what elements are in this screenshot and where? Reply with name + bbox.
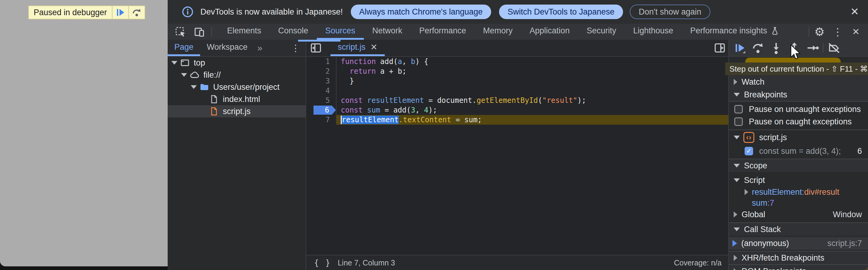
dont-show-again-button[interactable]: Don't show again: [630, 5, 710, 19]
pause-uncaught-row[interactable]: Pause on uncaught exceptions: [729, 103, 868, 116]
tree-item-script-js[interactable]: script.js: [168, 105, 306, 117]
resume-icon: [115, 7, 125, 18]
scope-script-row[interactable]: Script: [729, 174, 868, 187]
tab-security[interactable]: Security: [578, 24, 625, 40]
gutter-line-number[interactable]: 2: [306, 66, 337, 76]
gutter-line-number[interactable]: 7: [306, 115, 337, 125]
pause-uncaught-checkbox[interactable]: [734, 105, 743, 114]
step-over-banner-button[interactable]: [128, 6, 145, 19]
code-line-content: return a + b;: [337, 66, 728, 76]
code-token: function: [341, 57, 376, 66]
gutter-line-number[interactable]: 1: [306, 57, 337, 66]
tree-item-file-[interactable]: file://: [168, 69, 306, 81]
tab-sources[interactable]: Sources: [317, 24, 364, 40]
scope-sum-row[interactable]: sum: 7: [729, 198, 868, 208]
scope-resultelement-row[interactable]: resultElement: div#result: [729, 187, 868, 198]
gutter-line-number[interactable]: 4: [306, 86, 337, 96]
scope-script-label: Script: [744, 176, 765, 185]
settings-gear-icon[interactable]: ⚙: [812, 25, 827, 38]
tree-item-label: Users/user/project: [213, 83, 280, 92]
expand-arrow-icon[interactable]: [181, 73, 187, 77]
tree-indent: [200, 99, 207, 99]
expand-arrow-icon: [734, 136, 740, 139]
scope-var-value: div#result: [804, 187, 839, 197]
device-toolbar-icon[interactable]: [192, 25, 206, 38]
resume-script-button[interactable]: [112, 6, 128, 19]
pretty-print-icon[interactable]: { }: [314, 258, 331, 267]
gutter-line-number[interactable]: 5: [306, 96, 337, 105]
step-into-icon[interactable]: [768, 41, 784, 55]
current-frame-arrow-icon: [733, 240, 737, 247]
code-line-content: [337, 86, 728, 96]
scope-global-row[interactable]: Global Window: [729, 208, 868, 220]
section-xhr-breakpoints[interactable]: XHR/fetch Breakpoints: [729, 251, 868, 264]
expand-arrow-icon[interactable]: [191, 85, 197, 89]
editor-tab-label: script.js: [338, 42, 366, 52]
section-call-stack[interactable]: Call Stack: [729, 223, 868, 236]
code-line-3[interactable]: 3 }: [306, 76, 728, 86]
breakpoint-badge[interactable]: 6: [313, 106, 336, 115]
breakpoint-group-row[interactable]: ‹› script.js: [729, 130, 868, 145]
tab-lighthouse[interactable]: Lighthouse: [624, 24, 682, 40]
navigator-kebab-icon[interactable]: ⋮: [286, 40, 306, 56]
notification-close-icon[interactable]: ✕: [847, 4, 862, 19]
devtools-close-icon[interactable]: ✕: [848, 25, 864, 38]
code-line-5[interactable]: 5const resultElement = document.getEleme…: [306, 96, 728, 105]
editor-tab-scriptjs[interactable]: script.js ✕: [331, 40, 385, 56]
section-breakpoints[interactable]: Breakpoints: [729, 88, 868, 101]
more-options-kebab-icon[interactable]: ⋮: [830, 25, 845, 38]
tab-application[interactable]: Application: [521, 24, 578, 40]
tab-performance-insights[interactable]: Performance insights: [682, 24, 788, 40]
tab-elements[interactable]: Elements: [219, 24, 270, 40]
pause-caught-row[interactable]: Pause on caught exceptions: [729, 116, 868, 128]
main-tabs: ElementsConsoleSourcesNetworkPerformance…: [219, 24, 788, 40]
resume-script-icon[interactable]: [732, 41, 748, 55]
editor-tab-close-icon[interactable]: ✕: [371, 42, 377, 52]
tree-item-top[interactable]: top: [168, 57, 306, 69]
tab-workspace[interactable]: Workspace: [200, 40, 254, 56]
section-scope[interactable]: Scope: [729, 159, 868, 172]
hide-navigator-icon[interactable]: [309, 41, 322, 55]
code-editor[interactable]: 1function add(a, b) {2 return a + b;3 }4…: [306, 57, 728, 125]
mouse-cursor: [789, 44, 801, 61]
call-stack-frame-row[interactable]: (anonymous) script.js:7: [729, 237, 868, 250]
frame-name: (anonymous): [741, 239, 789, 248]
main-tabbar: ElementsConsoleSourcesNetworkPerformance…: [168, 24, 868, 40]
deactivate-breakpoints-icon[interactable]: [826, 41, 842, 55]
inspect-element-icon[interactable]: [174, 25, 187, 38]
code-line-4[interactable]: 4: [306, 86, 728, 96]
step-icon[interactable]: [805, 41, 820, 55]
tab-network[interactable]: Network: [364, 24, 411, 40]
tab-console[interactable]: Console: [270, 24, 317, 40]
code-token: getElementById: [476, 96, 538, 104]
hide-debugger-sidebar-icon[interactable]: [713, 41, 726, 55]
expand-arrow-icon[interactable]: [171, 61, 177, 65]
always-match-language-button[interactable]: Always match Chrome's language: [351, 5, 491, 19]
code-line-1[interactable]: 1function add(a, b) {: [306, 57, 728, 66]
gutter-line-number[interactable]: 3: [306, 76, 337, 86]
collapse-arrow-icon: [734, 211, 737, 217]
tab-memory[interactable]: Memory: [474, 24, 521, 40]
scope-var-sep: :: [767, 199, 770, 208]
gutter-line-number[interactable]: 6: [306, 105, 337, 115]
section-dom-breakpoints[interactable]: DOM Breakpoints: [729, 265, 868, 270]
more-tabs-chevrons-icon[interactable]: »: [254, 40, 266, 56]
code-line-6[interactable]: 6const sum = add(3, 4);: [306, 105, 728, 115]
switch-to-japanese-button[interactable]: Switch DevTools to Japanese: [499, 5, 623, 19]
tabbar-divider: [211, 27, 212, 37]
pause-caught-checkbox[interactable]: [734, 117, 743, 126]
coverage-text: Coverage: n/a: [674, 259, 728, 267]
tree-item-users-user-project[interactable]: Users/user/project: [168, 81, 306, 93]
tree-item-index-html[interactable]: index.html: [168, 93, 306, 105]
xhr-breakpoints-label: XHR/fetch Breakpoints: [742, 253, 824, 263]
section-watch[interactable]: Watch: [729, 76, 868, 88]
code-line-7[interactable]: 7resultElement.textContent = sum;: [306, 115, 728, 125]
code-token: = add(: [380, 106, 411, 114]
step-over-icon[interactable]: [750, 41, 766, 55]
breakpoint-entry-row[interactable]: ✓ const sum = add(3, 4); 6: [729, 145, 868, 157]
breakpoint-checkbox[interactable]: ✓: [745, 147, 753, 155]
expand-arrow-icon: [734, 228, 740, 231]
code-line-2[interactable]: 2 return a + b;: [306, 66, 728, 76]
tab-performance[interactable]: Performance: [411, 24, 475, 40]
tab-page[interactable]: Page: [168, 40, 200, 56]
